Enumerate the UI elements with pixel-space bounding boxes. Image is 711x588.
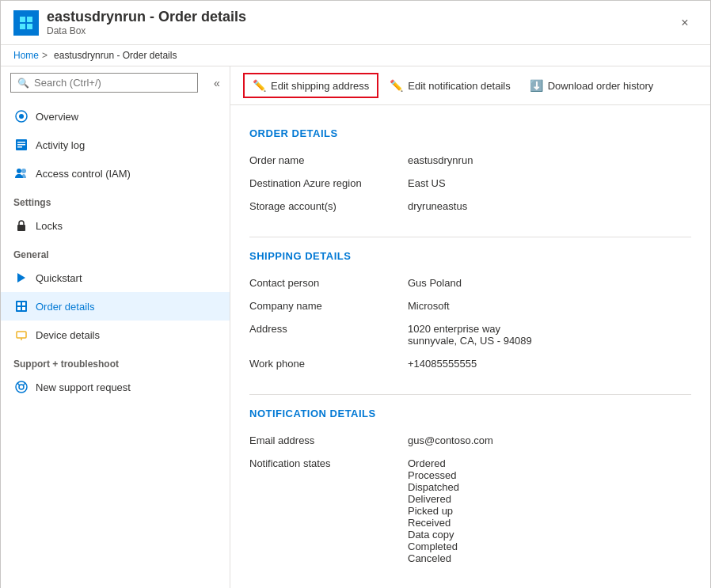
svg-rect-16 — [17, 307, 21, 310]
shipping-details-section-title: SHIPPING DETAILS — [249, 250, 691, 262]
work-phone-label: Work phone — [249, 352, 408, 375]
destination-region-label: Destination Azure region — [249, 172, 408, 195]
title-bar: eastusdrynrun - Order details Data Box × — [1, 1, 710, 45]
svg-point-11 — [21, 169, 26, 173]
page-subtitle: Data Box — [47, 25, 672, 36]
download-icon: ⬇️ — [530, 79, 543, 92]
notification-details-grid: Email address gus@contoso.com Notificati… — [249, 429, 691, 570]
sidebar-item-access-control[interactable]: Access control (IAM) — [1, 159, 230, 188]
email-address-value: gus@contoso.com — [408, 429, 691, 452]
order-name-label: Order name — [249, 149, 408, 172]
sidebar-item-locks-label: Locks — [36, 220, 63, 232]
address-value: 1020 enterprise way sunnyvale, CA, US - … — [408, 317, 691, 352]
sidebar-nav: Overview Activity log Access control (IA… — [1, 99, 230, 588]
svg-rect-15 — [17, 302, 21, 305]
main-layout: 🔍 « Overview Activi — [1, 66, 710, 588]
svg-rect-2 — [20, 24, 25, 29]
title-bar-text: eastusdrynrun - Order details Data Box — [47, 9, 672, 36]
overview-icon — [13, 108, 29, 124]
notification-details-section-title: NOTIFICATION DETAILS — [249, 408, 691, 419]
work-phone-value: +14085555555 — [408, 352, 691, 375]
svg-rect-8 — [17, 144, 25, 146]
locks-icon — [13, 218, 29, 233]
breadcrumb-current: eastusdrynrun - Order details — [54, 50, 177, 61]
support-icon — [13, 379, 29, 395]
sidebar-item-device-details[interactable]: Device details — [1, 321, 230, 349]
destination-region-value: East US — [408, 172, 691, 195]
svg-marker-13 — [17, 273, 25, 283]
app-icon — [13, 10, 39, 36]
sidebar-item-activity-log[interactable]: Activity log — [1, 131, 230, 159]
search-input[interactable] — [34, 77, 191, 89]
notification-states-label: Notification states — [249, 452, 408, 570]
divider-2 — [249, 394, 691, 395]
divider-1 — [249, 237, 691, 237]
close-button[interactable]: × — [672, 10, 698, 36]
email-address-label: Email address — [249, 429, 408, 452]
svg-line-24 — [24, 383, 26, 385]
sidebar: 🔍 « Overview Activi — [1, 66, 230, 588]
sidebar-item-activity-log-label: Activity log — [36, 139, 85, 151]
search-box[interactable]: 🔍 — [10, 73, 198, 93]
svg-rect-9 — [17, 146, 22, 148]
sidebar-item-access-control-label: Access control (IAM) — [36, 168, 131, 180]
quickstart-icon — [13, 270, 29, 286]
order-details-section-title: ORDER DETAILS — [249, 127, 691, 139]
detail-content: ORDER DETAILS Order name eastusdrynrun D… — [230, 105, 710, 588]
svg-point-5 — [19, 114, 24, 119]
settings-section-header: Settings — [1, 188, 230, 211]
sidebar-item-overview[interactable]: Overview — [1, 102, 230, 131]
sidebar-item-device-details-label: Device details — [36, 329, 100, 341]
svg-point-10 — [17, 169, 21, 173]
company-name-label: Company name — [249, 294, 408, 317]
edit-shipping-button[interactable]: ✏️ Edit shipping address — [243, 73, 378, 98]
search-icon: 🔍 — [17, 78, 29, 89]
order-details-icon — [13, 298, 29, 314]
notification-states-value: Ordered Processed Dispatched Delivered P… — [408, 452, 691, 570]
breadcrumb-separator: > — [42, 50, 48, 61]
address-label: Address — [249, 317, 408, 352]
shipping-details-grid: Contact person Gus Poland Company name M… — [249, 271, 691, 375]
device-details-icon — [13, 327, 29, 343]
order-name-value: eastusdrynrun — [408, 149, 691, 172]
download-history-button[interactable]: ⬇️ Download order history — [522, 74, 662, 97]
edit-notification-button[interactable]: ✏️ Edit notification details — [382, 74, 518, 97]
breadcrumb-home[interactable]: Home — [13, 50, 39, 61]
access-control-icon — [13, 165, 29, 181]
svg-rect-0 — [20, 17, 25, 22]
edit-notification-icon: ✏️ — [390, 79, 403, 92]
storage-accounts-value: dryruneastus — [408, 195, 691, 218]
sidebar-item-order-details-label: Order details — [36, 301, 94, 313]
main-window: eastusdrynrun - Order details Data Box ×… — [0, 0, 711, 588]
svg-rect-19 — [17, 332, 26, 338]
svg-rect-18 — [22, 307, 25, 310]
svg-rect-12 — [17, 225, 25, 231]
svg-point-22 — [19, 385, 24, 389]
sidebar-item-locks[interactable]: Locks — [1, 211, 230, 240]
order-details-grid: Order name eastusdrynrun Destination Azu… — [249, 149, 691, 218]
general-section-header: General — [1, 240, 230, 264]
page-title: eastusdrynrun - Order details — [47, 9, 672, 25]
svg-rect-1 — [27, 17, 32, 22]
breadcrumb: Home > eastusdrynrun - Order details — [1, 45, 710, 66]
collapse-button[interactable]: « — [207, 74, 226, 93]
sidebar-item-new-support-label: New support request — [36, 381, 131, 393]
svg-line-23 — [17, 383, 20, 385]
sidebar-item-new-support[interactable]: New support request — [1, 373, 230, 401]
pencil-icon: ✏️ — [253, 79, 266, 92]
toolbar: ✏️ Edit shipping address ✏️ Edit notific… — [230, 66, 710, 105]
content-area: ✏️ Edit shipping address ✏️ Edit notific… — [230, 66, 710, 588]
contact-person-value: Gus Poland — [408, 271, 691, 294]
svg-rect-17 — [22, 302, 25, 305]
contact-person-label: Contact person — [249, 271, 408, 294]
storage-accounts-label: Storage account(s) — [249, 195, 408, 218]
support-section-header: Support + troubleshoot — [1, 349, 230, 373]
sidebar-item-overview-label: Overview — [36, 111, 78, 123]
svg-rect-3 — [27, 24, 32, 29]
activity-log-icon — [13, 137, 29, 153]
sidebar-item-order-details[interactable]: Order details — [1, 292, 230, 321]
sidebar-item-quickstart[interactable]: Quickstart — [1, 264, 230, 292]
company-name-value: Microsoft — [408, 294, 691, 317]
svg-rect-7 — [17, 142, 25, 143]
sidebar-item-quickstart-label: Quickstart — [36, 272, 82, 284]
